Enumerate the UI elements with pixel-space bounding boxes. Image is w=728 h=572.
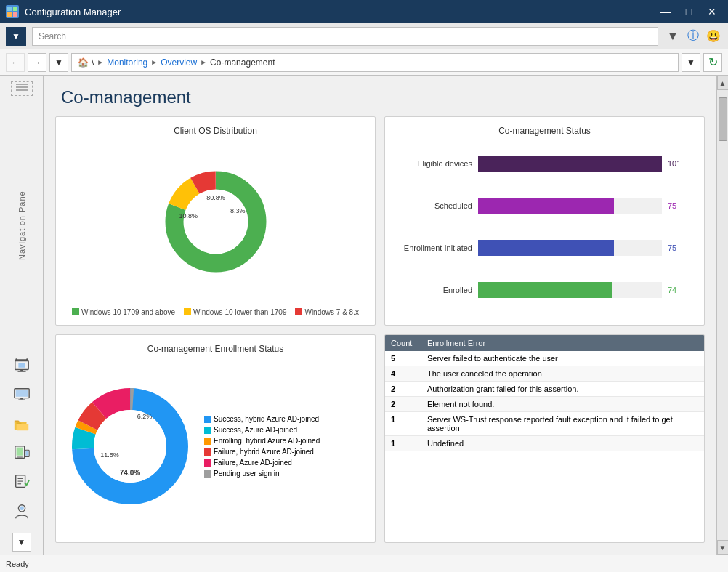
sidebar-icon-user[interactable] — [9, 498, 35, 524]
sidebar-icon-device[interactable] — [9, 440, 35, 466]
app-menu-dropdown[interactable]: ▼ — [6, 27, 26, 46]
svg-rect-5 — [16, 86, 28, 88]
count-cell: 1 — [385, 435, 421, 451]
search-box[interactable]: Search — [32, 27, 658, 46]
comanagement-status-title: Co-management Status — [394, 126, 695, 136]
bar-value: 74 — [668, 286, 689, 294]
enrollment-donut-svg: 74.0% 11.5% 6.2% — [65, 381, 195, 512]
nav-bar: ← → ▼ 🏠 \ ► Monitoring ► Overview ► Co-m… — [0, 49, 728, 76]
svg-rect-1 — [13, 7, 17, 11]
scroll-down-button[interactable]: ▼ — [717, 540, 729, 555]
sidebar-handle[interactable] — [11, 81, 33, 96]
count-cell: 2 — [385, 381, 421, 396]
legend-win10-old: Windows 10 lower than 1709 — [184, 308, 286, 316]
count-cell: 2 — [385, 396, 421, 411]
bar-row: Eligible devices101 — [400, 156, 689, 172]
user-icon[interactable]: 😃 — [705, 28, 722, 45]
svg-rect-23 — [17, 457, 22, 458]
scroll-track — [717, 90, 728, 540]
bar-track — [478, 282, 662, 298]
page-title: Co-management — [44, 76, 716, 116]
bar-fill — [478, 156, 662, 172]
bar-row: Enrolled74 — [400, 282, 689, 298]
sidebar-icon-connections[interactable] — [9, 353, 35, 379]
scroll-thumb[interactable] — [719, 97, 727, 141]
bar-label: Enrolled — [400, 286, 472, 294]
bar-track — [478, 156, 662, 172]
bar-row: Enrollment Initiated75 — [400, 240, 689, 256]
svg-text:80.8%: 80.8% — [206, 194, 225, 201]
minimize-button[interactable]: — — [655, 4, 676, 19]
title-bar: Configuration Manager — □ ✕ — [0, 0, 728, 23]
svg-text:6.2%: 6.2% — [137, 413, 153, 420]
svg-rect-22 — [16, 448, 23, 456]
dashboard: Client OS Distribution 80.8% — [44, 116, 716, 555]
refresh-button[interactable]: ↻ — [703, 53, 722, 72]
table-row: 1Undefined — [385, 435, 704, 451]
error-cell: The user canceled the operation — [421, 366, 704, 381]
client-os-card: Client OS Distribution 80.8% — [55, 116, 376, 326]
sidebar-scroll-down[interactable]: ▼ — [12, 533, 31, 552]
svg-rect-6 — [16, 89, 28, 91]
svg-rect-9 — [20, 370, 23, 371]
count-cell: 1 — [385, 411, 421, 435]
window-controls: — □ ✕ — [655, 4, 722, 19]
main-layout: Navigation Pane — [0, 76, 728, 555]
bar-fill — [478, 198, 614, 214]
svg-point-31 — [20, 507, 24, 511]
client-os-donut-svg: 80.8% 8.3% 10.8% — [158, 164, 274, 280]
maximize-button[interactable]: □ — [679, 4, 699, 19]
nav-icon: 🏠 — [78, 57, 89, 68]
status-bar: Ready — [0, 555, 728, 572]
sidebar-label: Navigation Pane — [17, 102, 26, 350]
content-area: Co-management Client OS Distribution — [44, 76, 716, 555]
svg-text:10.8%: 10.8% — [179, 212, 198, 219]
table-row: 4The user canceled the operation — [385, 366, 704, 381]
right-scrollbar: ▲ ▼ — [716, 76, 728, 555]
error-cell: Server failed to authenticate the user — [421, 351, 704, 366]
comanagement-status-card: Co-management Status Eligible devices101… — [384, 116, 705, 326]
breadcrumb-root: \ — [92, 57, 94, 68]
bar-value: 101 — [668, 159, 689, 168]
enrollment-error-card: Count Enrollment Error 5Server failed to… — [384, 334, 705, 544]
help-icon[interactable]: ⓘ — [684, 28, 702, 45]
bar-value: 75 — [668, 201, 689, 210]
app-title: Configuration Manager — [25, 7, 121, 17]
table-row: 2Authorization grant failed for this ass… — [385, 381, 704, 396]
app-icon — [6, 5, 19, 18]
close-button[interactable]: ✕ — [702, 4, 722, 19]
svg-rect-8 — [18, 363, 25, 367]
svg-text:8.3%: 8.3% — [230, 207, 246, 214]
count-cell: 5 — [385, 351, 421, 366]
sidebar-icon-folders[interactable] — [9, 411, 35, 437]
breadcrumb-dropdown[interactable]: ▼ — [682, 53, 700, 72]
legend-win7: Windows 7 & 8.x — [295, 308, 358, 316]
enrollment-status-title: Co-management Enrollment Status — [65, 344, 366, 354]
error-header: Enrollment Error — [421, 335, 704, 351]
sidebar-icon-tasks[interactable] — [9, 469, 35, 495]
scroll-up-button[interactable]: ▲ — [717, 76, 729, 90]
svg-rect-2 — [7, 12, 12, 17]
nav-dropdown-button[interactable]: ▼ — [49, 53, 68, 72]
svg-rect-25 — [25, 451, 28, 455]
sidebar-icon-monitor[interactable] — [9, 382, 35, 408]
count-header: Count — [385, 335, 421, 351]
breadcrumb-monitoring[interactable]: Monitoring — [107, 57, 147, 68]
dropdown-arrow-icon[interactable]: ▼ — [664, 28, 682, 45]
error-cell: Server WS-Trust response reported fault … — [421, 411, 704, 435]
back-button[interactable]: ← — [6, 53, 25, 72]
forward-button[interactable]: → — [28, 53, 46, 72]
bar-fill — [478, 282, 612, 298]
table-row: 5Server failed to authenticate the user — [385, 351, 704, 366]
svg-text:74.0%: 74.0% — [120, 469, 140, 477]
client-os-donut: 80.8% 8.3% 10.8% — [65, 142, 366, 302]
bar-chart: Eligible devices101Scheduled75Enrollment… — [394, 142, 695, 316]
breadcrumb-overview[interactable]: Overview — [161, 57, 197, 68]
bar-row: Scheduled75 — [400, 198, 689, 214]
client-os-title: Client OS Distribution — [65, 126, 366, 136]
sidebar-icons — [6, 350, 38, 527]
bar-value: 75 — [668, 243, 689, 252]
enrollment-legend: Success, hybrid Azure AD-joined Success,… — [204, 360, 320, 534]
error-cell: Undefined — [421, 435, 704, 451]
bar-label: Eligible devices — [400, 159, 472, 168]
